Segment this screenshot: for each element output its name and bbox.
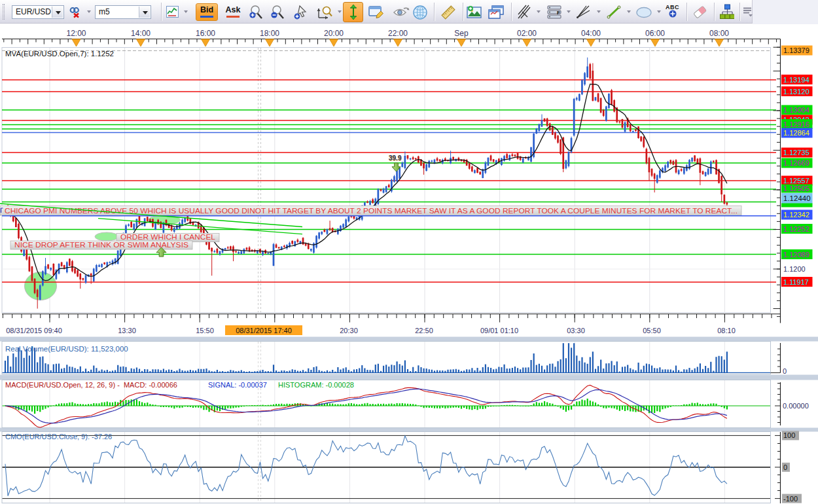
svg-text:05:50: 05:50 xyxy=(643,327,661,334)
svg-text:ORDER WHICH I CANCEL: ORDER WHICH I CANCEL xyxy=(120,233,216,241)
svg-text:1.12864: 1.12864 xyxy=(783,129,809,137)
svg-text:22:00: 22:00 xyxy=(388,29,408,38)
svg-text:CHICAGO PMI NUMBERS ABOVE 50 W: CHICAGO PMI NUMBERS ABOVE 50 WHICH IS US… xyxy=(5,207,738,215)
svg-text:08/31/2015 09:40: 08/31/2015 09:40 xyxy=(6,327,62,334)
svg-text:Real Volume(EUR/USD): 11,523,0: Real Volume(EUR/USD): 11,523,000 xyxy=(5,345,128,353)
svg-text:1.12557: 1.12557 xyxy=(783,177,809,185)
svg-text:SIGNAL: -0.00037: SIGNAL: -0.00037 xyxy=(208,381,269,389)
svg-text:13:30: 13:30 xyxy=(118,327,136,334)
svg-text:CMO(EUR/USD.Close, 9): -37.26: CMO(EUR/USD.Close, 9): -37.26 xyxy=(5,433,112,441)
svg-text:14:00: 14:00 xyxy=(131,29,151,38)
svg-text:0: 0 xyxy=(783,367,787,375)
svg-text:08:10: 08:10 xyxy=(717,327,736,334)
svg-text:HISTOGRAM: -0.00028: HISTOGRAM: -0.00028 xyxy=(278,381,354,389)
svg-text:18:00: 18:00 xyxy=(260,29,279,38)
svg-text:NICE DROP AFTER THINK OR SWIM: NICE DROP AFTER THINK OR SWIM ANALYSIS xyxy=(14,241,188,249)
svg-text:39.9: 39.9 xyxy=(389,154,402,162)
svg-text:100: 100 xyxy=(783,431,795,439)
svg-text:1.12252: 1.12252 xyxy=(783,225,809,233)
svg-text:03:30: 03:30 xyxy=(567,327,585,334)
svg-text:0.00000: 0.00000 xyxy=(783,402,809,410)
svg-text:1.13004: 1.13004 xyxy=(783,106,809,114)
svg-text:1.12342: 1.12342 xyxy=(783,211,809,219)
svg-text:16:00: 16:00 xyxy=(196,29,215,38)
svg-text:1.12916: 1.12916 xyxy=(783,120,809,128)
svg-text:MVA(EUR/USD.Open,7): 1.1252: MVA(EUR/USD.Open,7): 1.1252 xyxy=(5,50,114,58)
svg-text:Sep: Sep xyxy=(454,29,469,38)
svg-text:-100: -100 xyxy=(783,495,798,503)
svg-text:20:30: 20:30 xyxy=(340,327,358,334)
svg-text:1.12440: 1.12440 xyxy=(783,194,811,202)
svg-text:09/01 01:10: 09/01 01:10 xyxy=(480,327,518,334)
svg-text:1.13120: 1.13120 xyxy=(783,88,809,96)
svg-text:02:00: 02:00 xyxy=(517,29,537,38)
svg-text:1.1200: 1.1200 xyxy=(783,265,806,273)
svg-text:22:50: 22:50 xyxy=(415,327,433,334)
svg-text:08:00: 08:00 xyxy=(709,29,729,38)
svg-text:08/31/2015 17:40: 08/31/2015 17:40 xyxy=(236,327,292,334)
svg-text:12:00: 12:00 xyxy=(66,29,86,38)
svg-text:06:00: 06:00 xyxy=(645,29,665,38)
svg-text:1.13194: 1.13194 xyxy=(783,76,809,84)
svg-text:04:00: 04:00 xyxy=(581,29,601,38)
svg-text:1.12089: 1.12089 xyxy=(783,251,809,259)
svg-text:1.12669: 1.12669 xyxy=(783,159,809,167)
svg-text:15:50: 15:50 xyxy=(196,327,214,334)
svg-text:1.12735: 1.12735 xyxy=(783,149,809,156)
svg-text:1.11917: 1.11917 xyxy=(783,278,809,286)
svg-text:MACD(EUR/USD.Open, 12, 26, 9): MACD(EUR/USD.Open, 12, 26, 9) - MACD: -0… xyxy=(5,381,179,389)
svg-text:1.13379: 1.13379 xyxy=(783,46,809,54)
svg-text:1.12505: 1.12505 xyxy=(783,185,809,192)
svg-text:20:00: 20:00 xyxy=(324,29,344,38)
svg-text:0: 0 xyxy=(783,463,787,471)
